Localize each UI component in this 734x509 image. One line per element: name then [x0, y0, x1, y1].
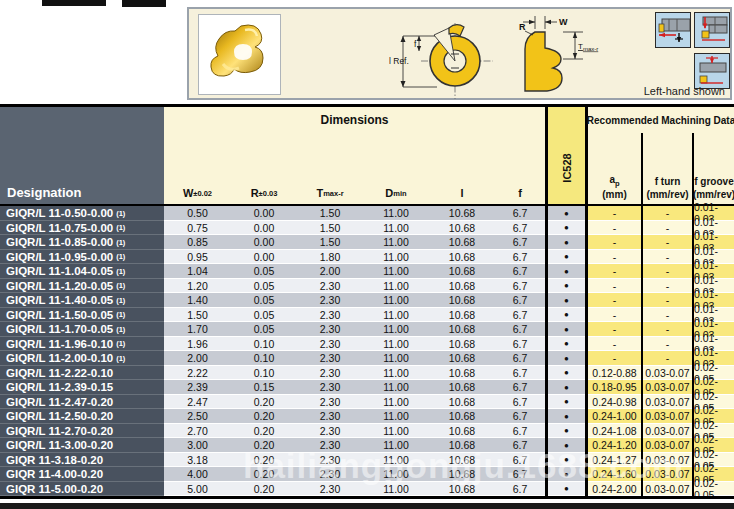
r-cell: 0.20	[231, 453, 297, 468]
fturn-cell: 0.03-0.07	[643, 366, 692, 381]
col-header-l: l	[429, 182, 495, 204]
ap-cell: -	[588, 351, 641, 366]
table-row: GIQR/L 11-0.85-0.00(1)0.850.001.5011.001…	[0, 235, 734, 250]
l-cell: 10.68	[429, 395, 495, 410]
f-cell: 6.7	[495, 293, 545, 308]
w-label: W	[559, 17, 568, 27]
grade-bullet: ●	[548, 424, 585, 439]
w-cell: 2.50	[164, 409, 231, 424]
f-cell: 6.7	[495, 308, 545, 323]
r-cell: 0.00	[231, 250, 297, 265]
l-cell: 10.68	[429, 264, 495, 279]
ap-cell: 0.24-1.08	[588, 424, 641, 439]
table-row: GIQR/L 11-2.70-0.202.700.202.3011.0010.6…	[0, 424, 734, 439]
l-cell: 10.68	[429, 380, 495, 395]
tmax-cell: 1.50	[297, 235, 363, 250]
table-row: GIQR/L 11-0.95-0.00(1)0.950.001.8011.001…	[0, 250, 734, 265]
designation-cell: GIQR/L 11-0.50-0.00(1)	[0, 206, 164, 221]
l-cell: 10.68	[429, 438, 495, 453]
table-row: GIQR/L 11-0.50-0.00(1)0.500.001.5011.001…	[0, 206, 734, 221]
fturn-cell: 0.03-0.07	[643, 395, 692, 410]
grade-bullet: ●	[548, 409, 585, 424]
tmax-cell: 2.30	[297, 438, 363, 453]
designation-cell: GIQR/L 11-2.47-0.20	[0, 395, 164, 410]
fturn-cell: 0.03-0.07	[643, 409, 692, 424]
designation-cell: GIQR/L 11-2.70-0.20	[0, 424, 164, 439]
fturn-cell: -	[643, 250, 692, 265]
ap-cell: -	[588, 279, 641, 294]
r-cell: 0.00	[231, 206, 297, 221]
l-cell: 10.68	[429, 366, 495, 381]
dmin-cell: 11.00	[363, 366, 429, 381]
left-hand-shown-label: Left-hand shown	[644, 85, 725, 97]
ap-cell: -	[588, 206, 641, 221]
dmin-cell: 11.00	[363, 351, 429, 366]
ap-cell: 0.18-0.95	[588, 380, 641, 395]
grade-bullet: ●	[548, 322, 585, 337]
f-cell: 6.7	[495, 337, 545, 352]
tmax-cell: 1.50	[297, 206, 363, 221]
l-cell: 10.68	[429, 453, 495, 468]
w-cell: 2.00	[164, 351, 231, 366]
fgroove-cell: 0.02-0.05	[694, 482, 734, 497]
tmax-cell: 2.00	[297, 264, 363, 279]
table-row: GIQR/L 11-2.39-0.152.390.152.3011.0010.6…	[0, 380, 734, 395]
ap-cell: -	[588, 250, 641, 265]
table-row: GIQR/L 11-2.50-0.202.500.202.3011.0010.6…	[0, 409, 734, 424]
grade-bullet: ●	[548, 206, 585, 221]
l-cell: 10.68	[429, 482, 495, 497]
designation-cell: GIQR/L 11-2.50-0.20	[0, 409, 164, 424]
catalog-page: { "panel": { "left_hand_label": "Left-ha…	[0, 0, 734, 509]
designation-cell: GIQR/L 11-0.75-0.00(1)	[0, 221, 164, 236]
w-cell: 1.20	[164, 279, 231, 294]
ap-cell: -	[588, 221, 641, 236]
w-cell: 0.95	[164, 250, 231, 265]
tmax-cell: 2.30	[297, 279, 363, 294]
l-cell: 10.68	[429, 279, 495, 294]
designation-header: Designation	[0, 107, 164, 204]
f-cell: 6.7	[495, 264, 545, 279]
l-ref-label: l Ref.	[389, 56, 409, 66]
table-row: GIQR/L 11-1.70-0.05(1)1.700.052.3011.001…	[0, 322, 734, 337]
dmin-cell: 11.00	[363, 424, 429, 439]
designation-cell: GIQR 11-4.00-0.20	[0, 467, 164, 482]
grade-bullet: ●	[548, 293, 585, 308]
r-cell: 0.20	[231, 438, 297, 453]
f-cell: 6.7	[495, 366, 545, 381]
w-cell: 2.70	[164, 424, 231, 439]
dmin-cell: 11.00	[363, 206, 429, 221]
col-header-r: R±0.03	[231, 182, 297, 204]
designation-cell: GIQR/L 11-0.85-0.00(1)	[0, 235, 164, 250]
grade-bullet: ●	[548, 438, 585, 453]
f-cell: 6.7	[495, 351, 545, 366]
table-row: GIQR/L 11-2.00-0.10(1)2.000.102.3011.001…	[0, 351, 734, 366]
tmax-label: Tmax-r	[578, 42, 598, 52]
ap-cell: 0.24-2.00	[588, 482, 641, 497]
grade-bullet: ●	[548, 221, 585, 236]
ap-cell: 0.24-0.98	[588, 395, 641, 410]
f-label: f	[414, 39, 417, 49]
table-row: GIQR/L 11-2.47-0.202.470.202.3011.0010.6…	[0, 395, 734, 410]
r-cell: 0.20	[231, 409, 297, 424]
tmax-cell: 2.30	[297, 467, 363, 482]
machining-data-title: Recommended Machining Data	[588, 107, 734, 133]
dmin-cell: 11.00	[363, 482, 429, 497]
ap-cell: 0.24-1.27	[588, 453, 641, 468]
machining-data-header-group: Recommended Machining Data ap (mm) f tur…	[588, 107, 734, 204]
tmax-cell: 2.30	[297, 308, 363, 323]
grade-header-ic528: IC528	[548, 107, 585, 204]
tmax-cell: 2.30	[297, 380, 363, 395]
application-icon-internal-grooving	[694, 53, 730, 89]
table-row: GIQR/L 11-1.96-0.10(1)1.960.102.3011.001…	[0, 337, 734, 352]
dmin-cell: 11.00	[363, 337, 429, 352]
w-cell: 0.75	[164, 221, 231, 236]
r-label: R	[519, 22, 526, 32]
f-cell: 6.7	[495, 467, 545, 482]
designation-cell: GIQR/L 11-1.04-0.05(1)	[0, 264, 164, 279]
w-cell: 2.39	[164, 380, 231, 395]
front-view-drawing: l Ref. f	[389, 21, 507, 99]
col-header-fgroove: f groove (mm/rev)	[694, 133, 734, 204]
r-cell: 0.15	[231, 380, 297, 395]
dmin-cell: 11.00	[363, 453, 429, 468]
fturn-cell: 0.03-0.07	[643, 424, 692, 439]
